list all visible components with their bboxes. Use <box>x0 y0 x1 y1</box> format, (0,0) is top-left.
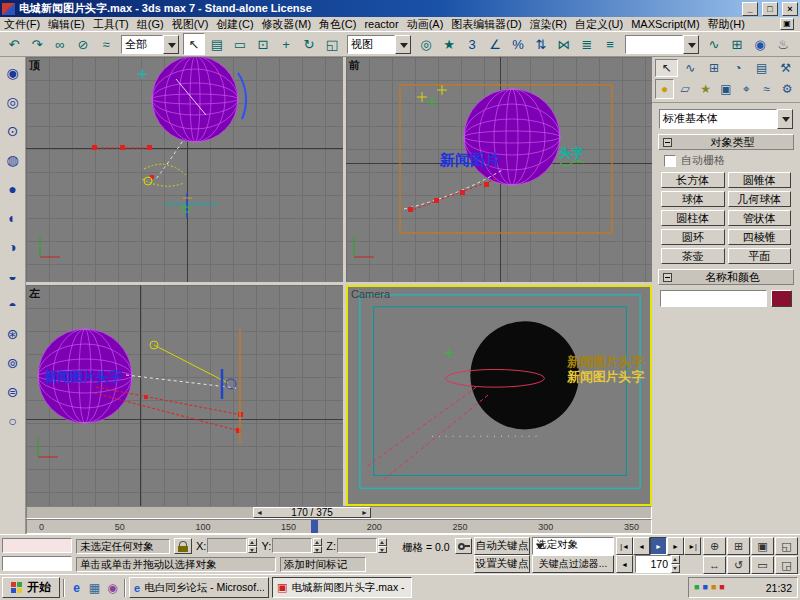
previous-frame-arrow-icon[interactable]: ◄ <box>256 509 263 516</box>
zoom-extents-icon[interactable]: ▣ <box>751 537 774 555</box>
primitive-button[interactable]: 长方体 <box>661 172 725 188</box>
trajectory-path[interactable] <box>126 375 236 388</box>
set-key-button[interactable]: 设置关键点 <box>474 555 530 573</box>
ie-quick-launch-icon[interactable]: e <box>68 579 85 596</box>
reactor-soft-body-icon[interactable]: ⊙ <box>2 120 24 142</box>
primitive-button[interactable]: 圆锥体 <box>728 172 792 188</box>
wireframe-sphere[interactable] <box>464 89 560 185</box>
chevron-down-icon[interactable] <box>777 109 793 129</box>
spinner-snap-icon[interactable]: ⇅ <box>530 33 552 55</box>
menu-item[interactable]: 创建(C) <box>212 17 257 31</box>
menu-item[interactable]: 图表编辑器(D) <box>447 17 525 31</box>
viewport-label[interactable]: 前 <box>349 58 360 73</box>
select-and-link-icon[interactable]: ∞ <box>49 33 71 55</box>
viewport-left[interactable]: 左 新闻图片头字 <box>26 285 343 506</box>
next-frame-arrow-icon[interactable]: ► <box>361 509 368 516</box>
percent-snap-icon[interactable]: % <box>507 33 529 55</box>
chevron-down-icon[interactable] <box>395 35 411 54</box>
play-button[interactable]: ► <box>650 537 667 555</box>
camera-cone[interactable] <box>150 341 228 383</box>
time-slider[interactable]: ◄ 170 / 375 ► <box>26 506 652 519</box>
start-button[interactable]: 开始 <box>2 577 60 598</box>
menu-item[interactable]: 视图(V) <box>168 17 213 31</box>
track-bar[interactable]: 050100150200250300350 <box>26 519 652 534</box>
menu-item[interactable]: 组(G) <box>133 17 168 31</box>
primitive-button[interactable]: 平面 <box>728 248 792 264</box>
menu-item[interactable]: 渲染(R) <box>526 17 571 31</box>
viewport-label[interactable]: 左 <box>29 286 40 301</box>
material-editor-icon[interactable]: ◉ <box>749 33 771 55</box>
reactor-toy-car-icon[interactable]: ⊛ <box>2 323 24 345</box>
category-spacewarps-icon[interactable]: ≈ <box>757 79 776 99</box>
tab-display[interactable]: ▤ <box>750 59 773 77</box>
viewport-label[interactable]: Camera <box>351 288 390 300</box>
helper-cross-icon[interactable] <box>417 85 447 107</box>
named-selection-sets-dropdown[interactable] <box>625 35 699 54</box>
menu-item[interactable]: 自定义(U) <box>571 17 627 31</box>
object-name-input[interactable] <box>660 290 767 307</box>
render-scene-icon[interactable]: ♨ <box>772 33 794 55</box>
use-pivot-center-icon[interactable]: ◎ <box>415 33 437 55</box>
object-class-dropdown[interactable]: 标准基本体 <box>659 109 793 129</box>
schematic-view-icon[interactable]: ⊞ <box>726 33 748 55</box>
primitive-button[interactable]: 圆柱体 <box>661 210 725 226</box>
window-crossing-icon[interactable]: ⊡ <box>252 33 274 55</box>
viewport-label[interactable]: 顶 <box>29 58 40 73</box>
pan-icon[interactable]: ↔ <box>703 556 726 574</box>
viewport-front[interactable]: 前 新闻图片 头字 <box>346 57 652 282</box>
helper-cross-icon[interactable] <box>444 348 454 358</box>
key-icon[interactable] <box>455 538 472 554</box>
tab-utilities[interactable]: ⚒ <box>774 59 797 77</box>
reactor-fracture-icon[interactable]: ◑ <box>2 236 24 258</box>
text-object[interactable]: 新闻图片头字 <box>566 369 644 384</box>
reference-coordinate-dropdown[interactable]: 视图 <box>347 35 411 54</box>
reactor-preview-icon[interactable]: ⊚ <box>2 352 24 374</box>
tray-icon-2[interactable]: ■ <box>702 583 707 592</box>
helper-cross-icon[interactable] <box>137 69 147 79</box>
reactor-cloth-collection-icon[interactable]: ◎ <box>2 91 24 113</box>
category-lights-icon[interactable]: ★ <box>696 79 715 99</box>
maxscript-mini-listener[interactable] <box>2 556 72 571</box>
select-and-scale-icon[interactable]: ◱ <box>321 33 343 55</box>
zoom-icon[interactable]: ⊕ <box>703 537 726 555</box>
primitive-button[interactable]: 几何球体 <box>728 191 792 207</box>
text-object[interactable]: 头字 <box>559 146 583 160</box>
menu-item[interactable]: 编辑(E) <box>44 17 89 31</box>
primitive-button[interactable]: 管状体 <box>728 210 792 226</box>
reactor-create-rigid-body-icon[interactable]: ◉ <box>2 62 24 84</box>
object-color-swatch[interactable] <box>771 290 792 307</box>
camera-object[interactable] <box>164 193 218 218</box>
category-helpers-icon[interactable]: ⌖ <box>737 79 756 99</box>
reactor-utility-icon[interactable]: ○ <box>2 410 24 432</box>
keyframe-markers[interactable] <box>408 179 496 212</box>
tray-icon-4[interactable]: ■ <box>719 583 724 592</box>
keyframe-markers[interactable] <box>368 387 488 481</box>
snap-toggle-icon[interactable]: 3 <box>461 33 483 55</box>
menu-item[interactable]: 帮助(H) <box>704 17 749 31</box>
media-player-icon[interactable]: ◉ <box>104 579 121 596</box>
primitive-button[interactable]: 圆环 <box>661 229 725 245</box>
reactor-analyze-icon[interactable]: ⊜ <box>2 381 24 403</box>
primitive-button[interactable]: 四棱锥 <box>728 229 792 245</box>
arc-rotate-icon[interactable]: ↺ <box>727 556 750 574</box>
minimize-button[interactable]: _ <box>742 2 758 16</box>
add-time-tag[interactable]: 添加时间标记 <box>280 557 366 572</box>
unlink-selection-icon[interactable]: ⊘ <box>72 33 94 55</box>
previous-frame-button[interactable]: ◄ <box>633 537 650 555</box>
spinner[interactable] <box>671 555 680 573</box>
layer-manager-icon[interactable]: ≡ <box>599 33 621 55</box>
angle-snap-icon[interactable]: ∠ <box>484 33 506 55</box>
select-and-manipulate-icon[interactable]: ★ <box>438 33 460 55</box>
time-slider-handle[interactable]: ◄ 170 / 375 ► <box>253 507 371 518</box>
frame-number-input[interactable]: 170 <box>635 555 671 573</box>
mdi-restore-icon[interactable]: ▣ <box>780 18 794 30</box>
text-object[interactable]: 新闻图片头字 <box>43 369 122 384</box>
tab-modify[interactable]: ∿ <box>679 59 702 77</box>
auto-key-button[interactable]: 自动关键点 <box>474 537 530 555</box>
taskbar-task-max[interactable]: ▣ 电城新闻图片头字.max - 3... <box>272 577 412 598</box>
key-filters-button[interactable]: 关键点过滤器... <box>532 555 614 573</box>
select-by-name-icon[interactable]: ▤ <box>206 33 228 55</box>
reactor-motor-icon[interactable]: ◒ <box>2 265 24 287</box>
shaded-sphere[interactable] <box>470 321 579 429</box>
menu-item[interactable]: 修改器(M) <box>258 17 316 31</box>
